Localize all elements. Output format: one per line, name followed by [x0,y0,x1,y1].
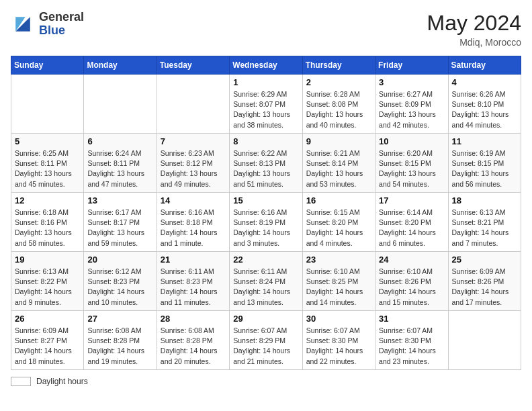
calendar-cell: 22 Sunrise: 6:11 AMSunset: 8:24 PMDaylig… [230,252,302,311]
day-number: 24 [379,255,444,265]
calendar-week-row: 12 Sunrise: 6:18 AMSunset: 8:16 PMDaylig… [11,193,521,252]
day-info: Sunrise: 6:16 AMSunset: 8:18 PMDaylight:… [161,208,226,248]
calendar-cell [157,75,229,134]
day-info: Sunrise: 6:26 AMSunset: 8:10 PMDaylight:… [452,89,517,130]
month-year-title: May 2024 [427,11,521,36]
calendar-cell: 2 Sunrise: 6:28 AMSunset: 8:08 PMDayligh… [302,75,375,134]
day-number: 12 [15,195,80,205]
weekday-header-wednesday: Wednesday [230,56,302,75]
calendar-cell: 19 Sunrise: 6:13 AMSunset: 8:22 PMDaylig… [11,252,84,311]
calendar-week-row: 19 Sunrise: 6:13 AMSunset: 8:22 PMDaylig… [11,252,521,311]
day-info: Sunrise: 6:07 AMSunset: 8:30 PMDaylight:… [306,326,371,367]
calendar-cell: 18 Sunrise: 6:13 AMSunset: 8:21 PMDaylig… [448,193,521,252]
day-info: Sunrise: 6:16 AMSunset: 8:19 PMDaylight:… [233,208,298,248]
weekday-header-sunday: Sunday [11,56,84,75]
daylight-swatch [11,377,31,386]
calendar-cell: 6 Sunrise: 6:24 AMSunset: 8:11 PMDayligh… [84,134,157,193]
calendar-cell: 9 Sunrise: 6:21 AMSunset: 8:14 PMDayligh… [302,134,375,193]
day-number: 29 [233,314,298,324]
day-number: 2 [306,77,371,87]
calendar-cell: 12 Sunrise: 6:18 AMSunset: 8:16 PMDaylig… [11,193,84,252]
day-info: Sunrise: 6:19 AMSunset: 8:15 PMDaylight:… [452,148,517,189]
calendar-cell: 25 Sunrise: 6:09 AMSunset: 8:26 PMDaylig… [448,252,521,311]
day-info: Sunrise: 6:25 AMSunset: 8:11 PMDaylight:… [15,148,80,189]
day-info: Sunrise: 6:09 AMSunset: 8:27 PMDaylight:… [15,326,80,367]
calendar-cell: 4 Sunrise: 6:26 AMSunset: 8:10 PMDayligh… [448,75,521,134]
calendar-table: SundayMondayTuesdayWednesdayThursdayFrid… [11,56,521,370]
day-number: 19 [15,255,80,265]
calendar-cell: 1 Sunrise: 6:29 AMSunset: 8:07 PMDayligh… [230,75,302,134]
calendar-cell: 17 Sunrise: 6:14 AMSunset: 8:20 PMDaylig… [375,193,448,252]
day-info: Sunrise: 6:20 AMSunset: 8:15 PMDaylight:… [379,148,444,189]
day-number: 28 [161,314,226,324]
weekday-header-monday: Monday [84,56,157,75]
calendar-cell [84,75,157,134]
weekday-header-thursday: Thursday [302,56,375,75]
day-number: 18 [452,195,517,205]
page-header: General Blue May 2024 Mdiq, Morocco [11,11,521,48]
calendar-cell: 29 Sunrise: 6:07 AMSunset: 8:29 PMDaylig… [230,311,302,370]
calendar-cell: 3 Sunrise: 6:27 AMSunset: 8:09 PMDayligh… [375,75,448,134]
day-number: 23 [306,255,371,265]
day-number: 27 [87,314,152,324]
day-info: Sunrise: 6:13 AMSunset: 8:21 PMDaylight:… [452,208,517,248]
day-number: 6 [87,136,152,146]
day-info: Sunrise: 6:10 AMSunset: 8:25 PMDaylight:… [306,267,371,308]
general-blue-logo-icon [11,12,35,36]
logo: General Blue [11,11,84,38]
calendar-cell: 20 Sunrise: 6:12 AMSunset: 8:23 PMDaylig… [84,252,157,311]
calendar-week-row: 26 Sunrise: 6:09 AMSunset: 8:27 PMDaylig… [11,311,521,370]
day-number: 17 [379,195,444,205]
weekday-header-row: SundayMondayTuesdayWednesdayThursdayFrid… [11,56,521,75]
calendar-cell: 11 Sunrise: 6:19 AMSunset: 8:15 PMDaylig… [448,134,521,193]
calendar-cell: 28 Sunrise: 6:08 AMSunset: 8:28 PMDaylig… [157,311,229,370]
calendar-cell [448,311,521,370]
day-info: Sunrise: 6:08 AMSunset: 8:28 PMDaylight:… [87,326,152,367]
day-number: 14 [161,195,226,205]
logo-blue: Blue [39,24,84,38]
daylight-label: Daylight hours [36,377,88,386]
weekday-header-tuesday: Tuesday [157,56,229,75]
logo-text: General Blue [39,11,84,38]
day-number: 8 [233,136,298,146]
day-number: 15 [233,195,298,205]
calendar-cell: 14 Sunrise: 6:16 AMSunset: 8:18 PMDaylig… [157,193,229,252]
day-info: Sunrise: 6:29 AMSunset: 8:07 PMDaylight:… [233,89,298,130]
day-info: Sunrise: 6:08 AMSunset: 8:28 PMDaylight:… [161,326,226,367]
day-info: Sunrise: 6:27 AMSunset: 8:09 PMDaylight:… [379,89,444,130]
day-number: 20 [87,255,152,265]
day-info: Sunrise: 6:22 AMSunset: 8:13 PMDaylight:… [233,148,298,189]
day-number: 30 [306,314,371,324]
day-info: Sunrise: 6:10 AMSunset: 8:26 PMDaylight:… [379,267,444,308]
calendar-cell: 13 Sunrise: 6:17 AMSunset: 8:17 PMDaylig… [84,193,157,252]
calendar-cell: 21 Sunrise: 6:11 AMSunset: 8:23 PMDaylig… [157,252,229,311]
calendar-footer: Daylight hours [11,377,521,386]
day-number: 7 [161,136,226,146]
day-info: Sunrise: 6:07 AMSunset: 8:30 PMDaylight:… [379,326,444,367]
calendar-cell: 30 Sunrise: 6:07 AMSunset: 8:30 PMDaylig… [302,311,375,370]
day-info: Sunrise: 6:18 AMSunset: 8:16 PMDaylight:… [15,208,80,248]
day-number: 25 [452,255,517,265]
day-number: 4 [452,77,517,87]
calendar-cell: 5 Sunrise: 6:25 AMSunset: 8:11 PMDayligh… [11,134,84,193]
day-info: Sunrise: 6:23 AMSunset: 8:12 PMDaylight:… [161,148,226,189]
day-info: Sunrise: 6:11 AMSunset: 8:23 PMDaylight:… [161,267,226,308]
calendar-cell [11,75,84,134]
weekday-header-friday: Friday [375,56,448,75]
calendar-cell: 7 Sunrise: 6:23 AMSunset: 8:12 PMDayligh… [157,134,229,193]
logo-general: General [39,11,84,24]
calendar-cell: 23 Sunrise: 6:10 AMSunset: 8:25 PMDaylig… [302,252,375,311]
calendar-cell: 31 Sunrise: 6:07 AMSunset: 8:30 PMDaylig… [375,311,448,370]
weekday-header-saturday: Saturday [448,56,521,75]
day-info: Sunrise: 6:24 AMSunset: 8:11 PMDaylight:… [87,148,152,189]
day-info: Sunrise: 6:11 AMSunset: 8:24 PMDaylight:… [233,267,298,308]
calendar-cell: 16 Sunrise: 6:15 AMSunset: 8:20 PMDaylig… [302,193,375,252]
day-info: Sunrise: 6:13 AMSunset: 8:22 PMDaylight:… [15,267,80,308]
day-number: 11 [452,136,517,146]
day-info: Sunrise: 6:28 AMSunset: 8:08 PMDaylight:… [306,89,371,130]
day-number: 22 [233,255,298,265]
calendar-week-row: 5 Sunrise: 6:25 AMSunset: 8:11 PMDayligh… [11,134,521,193]
day-number: 16 [306,195,371,205]
day-info: Sunrise: 6:15 AMSunset: 8:20 PMDaylight:… [306,208,371,248]
day-number: 3 [379,77,444,87]
